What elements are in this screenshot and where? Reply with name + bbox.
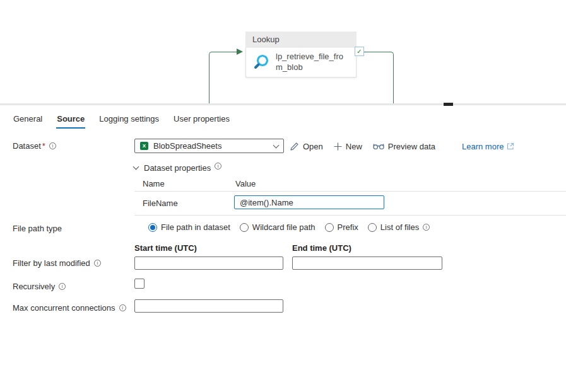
- radio-wildcard-file-path[interactable]: Wildcard file path: [240, 222, 315, 232]
- radio-prefix[interactable]: Prefix: [325, 222, 358, 232]
- success-connector-incoming: [209, 52, 239, 104]
- checkmark-icon: ✓: [357, 48, 362, 55]
- dataset-properties-toggle[interactable]: Dataset properties i: [134, 163, 221, 173]
- start-time-input[interactable]: [134, 257, 283, 270]
- new-dataset-button[interactable]: New: [334, 142, 362, 151]
- activity-type-header[interactable]: Lookup: [245, 32, 357, 47]
- column-header-name: Name: [143, 179, 165, 188]
- plus-icon: [334, 142, 342, 151]
- dataset-selected-value: BlobSpreadSheets: [153, 141, 274, 151]
- dataset-toolbar: Open New Preview data Learn more: [290, 139, 514, 153]
- activity-name-label: lp_retrieve_file_from_blob: [276, 52, 349, 73]
- file-path-type-group: File path in dataset Wildcard file path …: [148, 222, 439, 232]
- max-concurrent-connections-input[interactable]: [134, 299, 283, 313]
- adf-pipeline-editor: Lookup lp_retrieve_file_from_blob ✓ Gene…: [0, 0, 566, 392]
- info-icon[interactable]: i: [94, 260, 101, 267]
- splitter-grip[interactable]: [444, 103, 453, 106]
- chevron-down-icon: [273, 142, 280, 148]
- radio-icon: [325, 223, 334, 232]
- dataset-label: Dataset*i: [13, 141, 56, 151]
- success-connector-outgoing: [364, 52, 394, 104]
- file-path-type-label: File path type: [13, 224, 62, 233]
- filter-by-last-modified-label: Filter by last modifiedi: [13, 258, 101, 268]
- max-concurrent-connections-label: Max concurrent connectionsi: [13, 303, 126, 313]
- info-icon[interactable]: i: [49, 142, 56, 149]
- chevron-down-icon: [133, 164, 139, 170]
- parameter-name-cell: FileName: [143, 199, 178, 208]
- tab-user-properties[interactable]: User properties: [173, 113, 230, 129]
- table-divider: [134, 215, 566, 216]
- glasses-icon: [373, 142, 384, 150]
- info-icon[interactable]: i: [59, 283, 66, 290]
- dataset-select[interactable]: X BlobSpreadSheets: [134, 139, 284, 153]
- parameter-value-input[interactable]: [234, 195, 384, 209]
- end-time-label: End time (UTC): [292, 243, 351, 253]
- preview-data-button[interactable]: Preview data: [373, 142, 435, 151]
- info-icon[interactable]: i: [119, 304, 126, 311]
- recursively-checkbox[interactable]: [134, 279, 144, 289]
- required-asterisk: *: [42, 141, 45, 151]
- table-divider: [134, 191, 566, 192]
- lookup-activity-node[interactable]: lp_retrieve_file_from_blob: [245, 47, 357, 78]
- pencil-icon: [290, 142, 299, 151]
- end-time-input[interactable]: [292, 257, 442, 270]
- start-time-label: Start time (UTC): [134, 243, 197, 253]
- recursively-label: Recursivelyi: [13, 282, 66, 291]
- info-icon[interactable]: i: [423, 224, 430, 231]
- column-header-value: Value: [235, 179, 256, 188]
- learn-more-link[interactable]: Learn more: [462, 142, 514, 151]
- radio-icon: [368, 223, 377, 232]
- activity-success-badge[interactable]: ✓: [355, 47, 364, 56]
- tab-source[interactable]: Source: [56, 113, 85, 129]
- radio-icon: [240, 223, 249, 232]
- tab-general[interactable]: General: [13, 113, 43, 129]
- panel-splitter: [0, 103, 566, 105]
- connector-arrowhead-icon: [237, 49, 243, 55]
- excel-dataset-icon: X: [140, 142, 148, 150]
- tab-logging-settings[interactable]: Logging settings: [98, 113, 160, 129]
- external-link-icon: [507, 142, 514, 150]
- info-icon[interactable]: i: [215, 163, 221, 170]
- open-dataset-button[interactable]: Open: [290, 142, 323, 151]
- radio-selected-icon: [148, 223, 157, 232]
- lookup-magnifier-icon: [252, 54, 270, 71]
- radio-file-path-in-dataset[interactable]: File path in dataset: [148, 222, 230, 232]
- config-tabs: General Source Logging settings User pro…: [13, 113, 230, 129]
- radio-list-of-files[interactable]: List of files i: [368, 222, 430, 232]
